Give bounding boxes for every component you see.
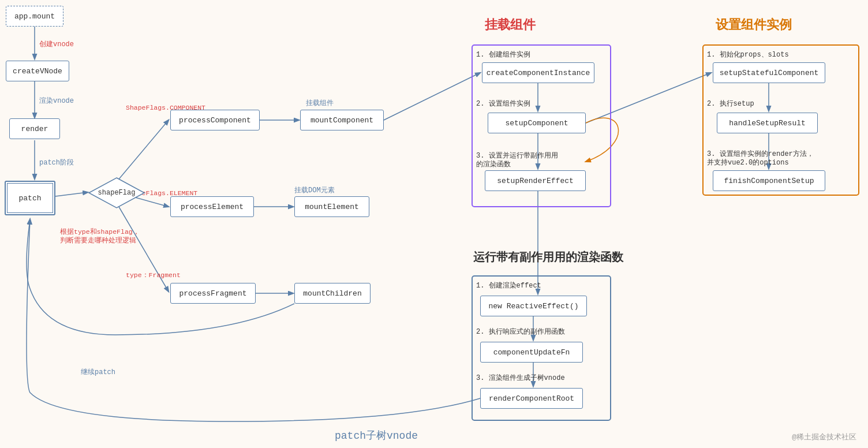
svg-line-4 — [117, 120, 169, 182]
section-setup-title: 设置组件实例 — [716, 16, 792, 33]
svg-text:根据type和shapeFlag，: 根据type和shapeFlag， — [60, 228, 140, 236]
mount-element-node: mountElement — [294, 196, 369, 217]
setup-component-node: setupComponent — [488, 113, 586, 133]
process-fragment-node: processFragment — [170, 283, 256, 304]
svg-text:挂载DOM元素: 挂载DOM元素 — [294, 186, 335, 195]
handle-setup-result-node: handleSetupResult — [717, 113, 818, 133]
svg-text:2. 执行响应式的副作用函数: 2. 执行响应式的副作用函数 — [476, 327, 565, 336]
setup-stateful-component-node: setupStatefulComponent — [713, 62, 825, 83]
process-component-node: processComponent — [170, 110, 260, 130]
svg-line-13 — [586, 73, 711, 123]
diagram-container: 创建vnode 渲染vnode patch阶段 ShapeFlags.COMPO… — [0, 0, 868, 448]
patch-node: patch — [5, 181, 55, 215]
svg-text:patch阶段: patch阶段 — [39, 159, 74, 167]
svg-text:的渲染函数: 的渲染函数 — [476, 160, 511, 169]
watermark: @稀土掘金技术社区 — [792, 432, 856, 442]
render-component-root-node: renderComponentRoot — [480, 388, 583, 409]
shape-flag-diamond: shapeFlag — [88, 177, 145, 209]
svg-text:1. 初始化props、slots: 1. 初始化props、slots — [707, 50, 789, 59]
svg-text:3. 渲染组件生成子树vnode: 3. 渲染组件生成子树vnode — [476, 374, 565, 382]
app-mount-node: app.mount — [6, 6, 63, 27]
process-element-node: processElement — [170, 196, 254, 217]
svg-text:渲染vnode: 渲染vnode — [39, 96, 74, 105]
svg-text:2. 执行setup: 2. 执行setup — [707, 100, 754, 108]
svg-line-3 — [55, 192, 88, 196]
svg-text:2. 设置组件实例: 2. 设置组件实例 — [476, 99, 530, 108]
svg-text:patch子树vnode: patch子树vnode — [335, 430, 418, 442]
create-component-instance-node: createComponentInstance — [482, 62, 594, 83]
svg-text:1. 创建渲染effect: 1. 创建渲染effect — [476, 281, 541, 290]
render-node: render — [9, 118, 60, 139]
svg-text:继续patch: 继续patch — [81, 368, 115, 376]
mount-children-node: mountChildren — [294, 283, 371, 304]
svg-text:判断需要走哪种处理逻辑: 判断需要走哪种处理逻辑 — [60, 237, 136, 244]
finish-component-setup-node: finishComponentSetup — [713, 170, 825, 191]
svg-text:3. 设置组件实例的render方法，: 3. 设置组件实例的render方法， — [707, 150, 814, 158]
svg-text:并支持vue2.0的options: 并支持vue2.0的options — [707, 158, 789, 167]
svg-text:挂载组件: 挂载组件 — [306, 99, 334, 107]
svg-text:3. 设置并运行带副作用用: 3. 设置并运行带副作用用 — [476, 151, 558, 160]
mount-component-node: mountComponent — [300, 110, 384, 130]
svg-line-10 — [384, 73, 480, 120]
new-reactive-effect-node: new ReactiveEffect() — [480, 296, 587, 316]
section-mount-title: 挂载组件 — [485, 16, 536, 33]
setup-render-effect-node: setupRenderEffect — [485, 170, 586, 191]
create-vnode-node: createVNode — [6, 61, 69, 81]
svg-text:创建vnode: 创建vnode — [39, 40, 74, 48]
component-update-fn-node: componentUpdateFn — [480, 342, 583, 363]
section-render-title: 运行带有副作用用的渲染函数 — [473, 249, 623, 265]
svg-text:1. 创建组件实例: 1. 创建组件实例 — [476, 50, 530, 59]
svg-text:type：Fragment: type：Fragment — [126, 271, 181, 279]
